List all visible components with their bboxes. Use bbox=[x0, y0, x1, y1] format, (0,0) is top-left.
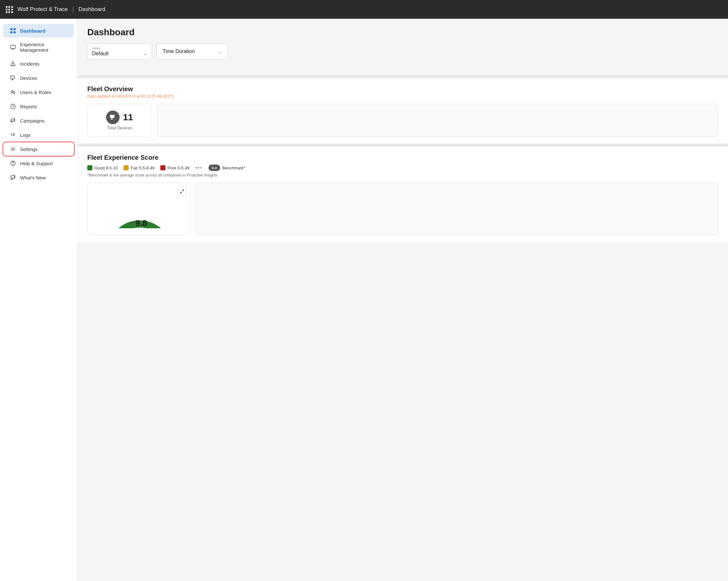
sidebar-item-whats-new[interactable]: What's New bbox=[3, 171, 74, 184]
dashboard-icon bbox=[10, 27, 16, 34]
app-grid-icon[interactable] bbox=[6, 6, 13, 13]
svg-rect-0 bbox=[10, 28, 12, 30]
svg-rect-27 bbox=[110, 115, 114, 118]
score-value: ♥ 9.8 bbox=[131, 218, 147, 228]
legend-item-poor: Poor 0-5.49 bbox=[160, 165, 189, 170]
legend-dot-good bbox=[87, 165, 93, 170]
legend-fair-label: Fair 5.5-8.49 bbox=[131, 166, 155, 170]
legend-poor-label: Poor 0-5.49 bbox=[167, 166, 189, 170]
sidebar-item-help-label: Help & Support bbox=[20, 161, 53, 166]
settings-icon bbox=[10, 146, 16, 152]
sidebar-item-reports-label: Reports bbox=[20, 104, 37, 109]
section-divider-1 bbox=[78, 75, 728, 78]
campaigns-icon bbox=[10, 117, 16, 124]
view-dropdown-label: View bbox=[92, 46, 147, 50]
total-devices-card: 11 Total Devices bbox=[87, 104, 152, 137]
page-title: Dashboard bbox=[87, 27, 718, 37]
experience-management-icon bbox=[10, 44, 16, 50]
sidebar-item-experience-label: Experience Management bbox=[20, 42, 68, 53]
svg-rect-4 bbox=[11, 45, 15, 49]
view-dropdown-value: Default bbox=[92, 51, 109, 57]
sidebar-item-settings[interactable]: Settings bbox=[3, 142, 74, 156]
fleet-experience-section: Fleet Experience Score Good 8.5-10 Fair … bbox=[78, 147, 728, 242]
legend-good-label: Good 8.5-10 bbox=[95, 166, 118, 170]
svg-rect-9 bbox=[11, 76, 15, 79]
time-duration-chevron: ⌄ bbox=[218, 49, 222, 54]
legend-ellipsis: ••• bbox=[195, 165, 203, 171]
fleet-experience-title: Fleet Experience Score bbox=[87, 154, 718, 161]
score-number: 9.8 bbox=[135, 218, 147, 228]
whats-new-icon bbox=[10, 174, 16, 181]
svg-point-12 bbox=[11, 91, 13, 92]
current-page-label: Dashboard bbox=[79, 6, 105, 12]
sidebar-item-incidents-label: Incidents bbox=[20, 61, 40, 67]
benchmark-note: *Benchmark is the average score across a… bbox=[87, 173, 718, 177]
svg-rect-1 bbox=[14, 28, 16, 30]
sidebar-item-experience-management[interactable]: Experience Management bbox=[3, 38, 74, 56]
incidents-icon bbox=[10, 60, 16, 67]
sidebar-item-settings-label: Settings bbox=[20, 147, 37, 152]
sidebar-item-reports[interactable]: Reports bbox=[3, 100, 74, 113]
svg-rect-15 bbox=[14, 119, 15, 121]
sidebar: Dashboard Experience Management bbox=[0, 19, 78, 581]
score-legend: Good 8.5-10 Fair 5.5-8.49 Poor 0-5.49 ••… bbox=[87, 165, 718, 171]
sidebar-item-logs-label: Logs bbox=[20, 132, 31, 138]
svg-rect-3 bbox=[14, 31, 16, 33]
view-dropdown[interactable]: View Default ⌄ bbox=[87, 43, 152, 59]
sidebar-item-devices[interactable]: Devices bbox=[3, 71, 74, 85]
app-name: Wolf Protect & Trace bbox=[18, 6, 68, 12]
legend-dot-poor bbox=[160, 165, 165, 170]
fleet-overview-title: Fleet Overview bbox=[87, 85, 718, 93]
svg-point-22 bbox=[12, 148, 14, 150]
sidebar-item-dashboard[interactable]: Dashboard bbox=[3, 24, 74, 37]
fleet-card-partial bbox=[157, 104, 718, 137]
sidebar-item-help-support[interactable]: Help & Support bbox=[3, 156, 74, 170]
help-icon bbox=[10, 160, 16, 167]
svg-rect-2 bbox=[10, 31, 12, 33]
legend-item-benchmark: x.x Benchmark* bbox=[209, 165, 245, 171]
sidebar-item-dashboard-label: Dashboard bbox=[20, 28, 45, 34]
score-heart-icon: ♥ bbox=[131, 221, 133, 226]
logs-icon bbox=[10, 132, 16, 138]
sidebar-item-whats-new-label: What's New bbox=[20, 175, 46, 180]
score-donut-chart: ♥ 9.8 bbox=[107, 190, 171, 228]
score-donut-card: ♥ 9.8 bbox=[87, 183, 191, 235]
total-devices-label: Total Devices bbox=[107, 125, 132, 130]
section-divider-2 bbox=[78, 144, 728, 147]
benchmark-badge: x.x bbox=[209, 165, 220, 171]
benchmark-text: Benchmark* bbox=[222, 166, 245, 170]
legend-dot-fair bbox=[124, 165, 129, 170]
sidebar-item-logs[interactable]: Logs bbox=[3, 128, 74, 142]
score-chart-area: ♥ 9.8 bbox=[87, 183, 718, 235]
data-updated-text: Data updated at 04/03/2024 at 08:13:35 A… bbox=[87, 94, 718, 99]
sidebar-item-incidents[interactable]: Incidents bbox=[3, 57, 74, 71]
total-devices-count: 11 bbox=[123, 112, 133, 123]
time-duration-dropdown[interactable]: Time Duration ⌄ bbox=[156, 43, 228, 59]
legend-item-fair: Fair 5.5-8.49 bbox=[124, 165, 155, 170]
svg-rect-26 bbox=[15, 176, 15, 178]
main-content: Dashboard View Default ⌄ Time Duration ⌄ bbox=[78, 19, 728, 581]
expand-button[interactable] bbox=[178, 187, 186, 196]
top-navigation: Wolf Protect & Trace | Dashboard bbox=[0, 0, 728, 19]
experience-score-partial-card bbox=[196, 183, 718, 235]
nav-divider: | bbox=[72, 6, 74, 13]
time-duration-label: Time Duration bbox=[163, 49, 195, 54]
svg-point-24 bbox=[12, 164, 13, 165]
fleet-cards-row: 11 Total Devices bbox=[87, 104, 718, 137]
total-devices-icon bbox=[106, 110, 120, 124]
legend-item-good: Good 8.5-10 bbox=[87, 165, 118, 170]
view-dropdown-chevron: ⌄ bbox=[144, 51, 147, 56]
reports-icon bbox=[10, 103, 16, 109]
sidebar-item-campaigns[interactable]: Campaigns bbox=[3, 114, 74, 127]
users-icon bbox=[10, 89, 16, 95]
svg-marker-25 bbox=[11, 175, 15, 179]
svg-point-8 bbox=[12, 65, 13, 65]
sidebar-item-users-roles[interactable]: Users & Roles bbox=[3, 85, 74, 99]
sidebar-item-devices-label: Devices bbox=[20, 75, 37, 81]
devices-icon bbox=[10, 75, 16, 81]
fleet-overview-section: Fleet Overview Data updated at 04/03/202… bbox=[78, 78, 728, 144]
sidebar-item-users-label: Users & Roles bbox=[20, 90, 51, 95]
sidebar-item-campaigns-label: Campaigns bbox=[20, 118, 45, 124]
svg-marker-14 bbox=[11, 118, 14, 122]
filter-controls: View Default ⌄ Time Duration ⌄ bbox=[87, 43, 718, 59]
